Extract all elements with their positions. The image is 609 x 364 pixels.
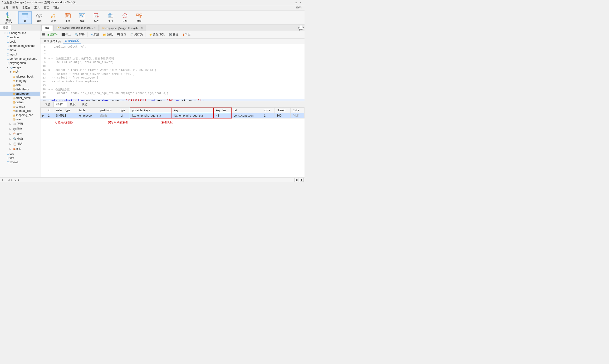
table-dish-flavor[interactable]: ▤dish_flavor bbox=[0, 87, 40, 91]
result-tab-info[interactable]: 信息 bbox=[41, 102, 53, 107]
table-order-detail[interactable]: ▤order_detail bbox=[0, 96, 40, 100]
folder-functions[interactable]: ▷ f()函数 bbox=[0, 127, 40, 131]
db-book[interactable]: ⬡book bbox=[0, 39, 40, 44]
save-button[interactable]: 💾 保存 bbox=[115, 32, 128, 37]
minimize-button[interactable]: — bbox=[289, 1, 293, 4]
new-button[interactable]: ✦ 新建 bbox=[89, 32, 101, 37]
stop-button[interactable]: ⬛ 停止 bbox=[60, 32, 73, 37]
col-header-rows[interactable]: rows bbox=[262, 108, 275, 113]
result-tab-status[interactable]: 状态 bbox=[79, 102, 91, 107]
db-performance-schema[interactable]: ⬡performance_schema bbox=[0, 57, 40, 61]
folder-views[interactable]: ▷ ○○视图 bbox=[0, 122, 40, 127]
run-dropdown-icon[interactable]: ▾ bbox=[56, 34, 58, 36]
table-dish[interactable]: ▤dish bbox=[0, 83, 40, 87]
cell-table: employee bbox=[77, 113, 98, 118]
col-header-table[interactable]: table bbox=[77, 108, 98, 113]
col-header-extra[interactable]: Extra bbox=[291, 108, 305, 113]
view-button[interactable]: 视图 bbox=[33, 12, 46, 24]
col-header-partitions[interactable]: partitions bbox=[98, 108, 118, 113]
table-user[interactable]: ▤user bbox=[0, 117, 40, 122]
delete-row-button[interactable]: - bbox=[4, 178, 7, 182]
connect-dropdown[interactable]: 用户 ▾ bbox=[5, 21, 12, 25]
db-reggie[interactable]: ▼ ⬡reggie bbox=[0, 65, 40, 69]
table-setmeal-dish[interactable]: ▤setmeal_dish bbox=[0, 109, 40, 113]
sidebar-tab-connect[interactable]: 连接 bbox=[0, 25, 11, 30]
db-mysql[interactable]: ⬡mysql bbox=[0, 52, 40, 57]
tab-employee[interactable]: ▤ employee @reggie (hongzh... ✕ bbox=[99, 25, 146, 31]
prev-button[interactable]: ◀ bbox=[7, 178, 10, 182]
login-link[interactable]: 登录 bbox=[296, 6, 304, 10]
run-button[interactable]: ▶ 运行 ▾ bbox=[46, 32, 59, 37]
db-information-schema[interactable]: ⬡information_schema bbox=[0, 44, 40, 48]
grid-view-button[interactable]: ⊞ bbox=[294, 178, 299, 182]
col-header-key[interactable]: key bbox=[172, 108, 214, 113]
db-test[interactable]: ⬡test bbox=[0, 156, 40, 160]
tab-employee-close[interactable]: ✕ bbox=[141, 27, 143, 29]
menu-view[interactable]: 查看 bbox=[11, 5, 20, 10]
subtab-query-builder[interactable]: 查询创建工具 bbox=[42, 39, 63, 44]
result-tab-result1[interactable]: 结果1 bbox=[53, 102, 67, 107]
folder-queries[interactable]: ▷ 🔍查询 bbox=[0, 137, 40, 142]
window-controls: — □ ✕ bbox=[289, 1, 303, 4]
db-moto[interactable]: ⬡moto bbox=[0, 48, 40, 52]
col-header-possible-keys[interactable]: possible_keys bbox=[130, 108, 172, 113]
function-button[interactable]: f() 函数 bbox=[47, 12, 60, 24]
db-pinyougoudb[interactable]: ⬡pinyougoudb bbox=[0, 61, 40, 65]
comment-label: 备注 bbox=[173, 33, 178, 37]
schedule-button[interactable]: 计划 bbox=[118, 12, 131, 24]
explain-button[interactable]: 🔍 解释 bbox=[74, 32, 86, 37]
backup-button[interactable]: 备份 bbox=[104, 12, 117, 24]
col-header-key-len[interactable]: key_len bbox=[214, 108, 232, 113]
col-header-ref[interactable]: ref bbox=[232, 108, 262, 113]
menu-file[interactable]: 文件 bbox=[1, 5, 11, 10]
folder-backups[interactable]: ▷ ◉备份 bbox=[0, 146, 40, 152]
menu-help[interactable]: 帮助 bbox=[52, 5, 61, 10]
event-button[interactable]: 事件 bbox=[61, 12, 75, 24]
table-row[interactable]: ▶ 1 SIMPLE employee (Null) ref idx_emp_p… bbox=[41, 113, 305, 118]
db-tynews[interactable]: ⬡tynews bbox=[0, 160, 40, 164]
menu-window[interactable]: 窗口 bbox=[42, 5, 52, 10]
comment-button[interactable]: 💬 备注 bbox=[167, 32, 180, 37]
close-button[interactable]: ✕ bbox=[299, 1, 303, 4]
col-header-filtered[interactable]: filtered bbox=[275, 108, 291, 113]
export-button[interactable]: ⬆ 导出 bbox=[181, 32, 192, 37]
db-hongzhi-mo[interactable]: ▼ ⬡ hongzhi-mo bbox=[0, 31, 40, 35]
col-header-type[interactable]: type bbox=[118, 108, 130, 113]
hamburger-menu[interactable]: ☰ bbox=[42, 32, 45, 37]
menu-tools[interactable]: 工具 bbox=[32, 5, 42, 10]
model-button[interactable]: 模型 bbox=[132, 12, 146, 24]
tab-query1[interactable]: 📝 * 无标题 @reggie (hongzh... ✕ bbox=[53, 25, 99, 31]
col-header-select-type[interactable]: select_type bbox=[54, 108, 77, 113]
col-header-id[interactable]: id bbox=[46, 108, 54, 113]
saveas-button[interactable]: 📋 另存为 bbox=[129, 32, 144, 37]
table-shopping-cart[interactable]: ▤shopping_cart bbox=[0, 113, 40, 117]
code-editor[interactable]: 5 -- explain select 'A'; 6 7 8 ⊞-- 在未建立索… bbox=[40, 44, 305, 101]
query-button[interactable]: ! 查询 bbox=[75, 12, 89, 24]
beautify-button[interactable]: ⚡ 美化 SQL bbox=[147, 32, 166, 37]
refresh-button[interactable]: ↻ bbox=[13, 178, 17, 182]
folder-events[interactable]: ▷ ⏱事件 bbox=[0, 131, 40, 137]
table-button[interactable]: 表 bbox=[18, 12, 32, 24]
table-employee[interactable]: ▤employee bbox=[0, 91, 40, 96]
table-orders[interactable]: ▤orders bbox=[0, 100, 40, 104]
result-tab-profile[interactable]: 概况 bbox=[67, 102, 79, 107]
load-button[interactable]: 📂 加载 bbox=[102, 32, 114, 37]
tab-query1-close[interactable]: ✕ bbox=[94, 27, 96, 29]
next-button[interactable]: ▶ bbox=[10, 178, 13, 182]
chat-icon[interactable]: 💬 bbox=[298, 26, 304, 31]
folder-tables[interactable]: ▼ ▤表 bbox=[0, 69, 40, 75]
form-view-button[interactable]: ≡ bbox=[300, 178, 304, 182]
folder-reports[interactable]: ▷ 📋报表 bbox=[0, 142, 40, 146]
table-setmeal[interactable]: ▤setmeal bbox=[0, 104, 40, 109]
db-sys[interactable]: ⬡sys bbox=[0, 152, 40, 156]
menu-favorites[interactable]: 收藏夹 bbox=[20, 5, 32, 10]
subtab-query-editor[interactable]: 查询编辑器 bbox=[63, 39, 81, 44]
report-button[interactable]: 报表 bbox=[90, 12, 103, 24]
table-category[interactable]: ▤category bbox=[0, 79, 40, 83]
maximize-button[interactable]: □ bbox=[294, 1, 298, 4]
tab-object[interactable]: 对象 bbox=[41, 25, 53, 31]
add-row-button[interactable]: + bbox=[1, 178, 4, 182]
db-auction[interactable]: ⬡auction bbox=[0, 35, 40, 39]
info-button[interactable]: ℹ bbox=[17, 178, 20, 182]
table-address-book[interactable]: ▤address_book bbox=[0, 75, 40, 79]
